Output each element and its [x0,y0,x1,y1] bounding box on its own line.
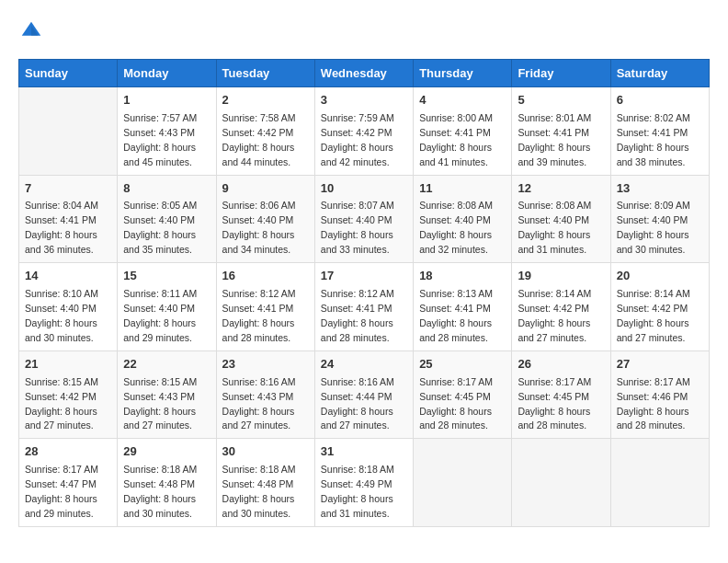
calendar-cell: 19Sunrise: 8:14 AM Sunset: 4:42 PM Dayli… [512,263,610,351]
calendar-table: SundayMondayTuesdayWednesdayThursdayFrid… [18,59,710,527]
day-number: 29 [123,443,210,461]
day-header-saturday: Saturday [610,60,709,87]
calendar-cell: 27Sunrise: 8:17 AM Sunset: 4:46 PM Dayli… [610,350,709,439]
calendar-cell: 11Sunrise: 8:08 AM Sunset: 4:40 PM Dayli… [414,175,512,263]
logo [18,18,48,44]
day-number: 3 [321,92,407,109]
cell-info: Sunrise: 7:58 AM Sunset: 4:42 PM Dayligh… [222,112,296,167]
week-row-3: 14Sunrise: 8:10 AM Sunset: 4:40 PM Dayli… [19,263,710,351]
calendar-cell: 14Sunrise: 8:10 AM Sunset: 4:40 PM Dayli… [19,263,118,351]
cell-info: Sunrise: 8:17 AM Sunset: 4:45 PM Dayligh… [419,376,493,431]
calendar-cell: 29Sunrise: 8:18 AM Sunset: 4:48 PM Dayli… [118,439,216,527]
day-number: 14 [25,268,111,285]
cell-info: Sunrise: 8:06 AM Sunset: 4:40 PM Dayligh… [222,200,296,255]
calendar-cell: 5Sunrise: 8:01 AM Sunset: 4:41 PM Daylig… [512,87,610,176]
day-number: 26 [518,356,604,373]
day-number: 9 [222,180,309,198]
page-header [18,18,710,44]
cell-info: Sunrise: 8:11 AM Sunset: 4:40 PM Dayligh… [123,288,197,343]
day-number: 8 [123,180,210,198]
day-number: 21 [25,356,111,373]
calendar-cell: 18Sunrise: 8:13 AM Sunset: 4:41 PM Dayli… [414,263,512,351]
calendar-cell: 1Sunrise: 7:57 AM Sunset: 4:43 PM Daylig… [118,87,216,176]
day-number: 17 [321,268,407,285]
cell-info: Sunrise: 8:04 AM Sunset: 4:41 PM Dayligh… [25,200,98,255]
day-number: 18 [419,268,506,285]
calendar-cell [19,87,118,176]
calendar-cell: 2Sunrise: 7:58 AM Sunset: 4:42 PM Daylig… [216,87,314,176]
cell-info: Sunrise: 8:12 AM Sunset: 4:41 PM Dayligh… [222,288,296,343]
calendar-cell: 15Sunrise: 8:11 AM Sunset: 4:40 PM Dayli… [118,263,216,351]
calendar-cell: 28Sunrise: 8:17 AM Sunset: 4:47 PM Dayli… [19,439,118,527]
day-number: 13 [617,180,703,198]
calendar-cell [512,439,610,527]
calendar-cell: 13Sunrise: 8:09 AM Sunset: 4:40 PM Dayli… [610,175,709,263]
day-header-sunday: Sunday [19,60,118,87]
day-number: 28 [25,443,111,461]
cell-info: Sunrise: 8:00 AM Sunset: 4:41 PM Dayligh… [419,112,493,167]
day-number: 15 [123,268,210,285]
day-number: 20 [617,268,703,285]
day-number: 31 [321,443,407,461]
calendar-cell: 23Sunrise: 8:16 AM Sunset: 4:43 PM Dayli… [216,350,314,439]
week-row-5: 28Sunrise: 8:17 AM Sunset: 4:47 PM Dayli… [19,439,710,527]
cell-info: Sunrise: 8:08 AM Sunset: 4:40 PM Dayligh… [518,200,591,255]
cell-info: Sunrise: 8:14 AM Sunset: 4:42 PM Dayligh… [518,288,591,343]
calendar-cell: 25Sunrise: 8:17 AM Sunset: 4:45 PM Dayli… [414,350,512,439]
cell-info: Sunrise: 8:13 AM Sunset: 4:41 PM Dayligh… [419,288,493,343]
calendar-cell: 7Sunrise: 8:04 AM Sunset: 4:41 PM Daylig… [19,175,118,263]
cell-info: Sunrise: 7:59 AM Sunset: 4:42 PM Dayligh… [321,112,394,167]
day-number: 10 [321,180,407,198]
cell-info: Sunrise: 8:15 AM Sunset: 4:42 PM Dayligh… [25,376,98,431]
week-row-4: 21Sunrise: 8:15 AM Sunset: 4:42 PM Dayli… [19,350,710,439]
day-number: 25 [419,356,506,373]
calendar-cell: 21Sunrise: 8:15 AM Sunset: 4:42 PM Dayli… [19,350,118,439]
cell-info: Sunrise: 8:15 AM Sunset: 4:43 PM Dayligh… [123,376,197,431]
calendar-cell [414,439,512,527]
week-row-1: 1Sunrise: 7:57 AM Sunset: 4:43 PM Daylig… [19,87,710,176]
day-header-friday: Friday [512,60,610,87]
day-number: 27 [617,356,703,373]
day-number: 16 [222,268,309,285]
cell-info: Sunrise: 8:01 AM Sunset: 4:41 PM Dayligh… [518,112,591,167]
day-number: 2 [222,92,309,109]
day-header-thursday: Thursday [414,60,512,87]
day-number: 12 [518,180,604,198]
day-header-wednesday: Wednesday [314,60,413,87]
calendar-cell: 10Sunrise: 8:07 AM Sunset: 4:40 PM Dayli… [314,175,413,263]
calendar-cell: 20Sunrise: 8:14 AM Sunset: 4:42 PM Dayli… [610,263,709,351]
cell-info: Sunrise: 8:10 AM Sunset: 4:40 PM Dayligh… [25,288,98,343]
cell-info: Sunrise: 8:18 AM Sunset: 4:48 PM Dayligh… [123,464,197,519]
cell-info: Sunrise: 8:17 AM Sunset: 4:47 PM Dayligh… [25,464,98,519]
day-number: 30 [222,443,309,461]
day-number: 24 [321,356,407,373]
day-number: 7 [25,180,111,198]
calendar-cell: 26Sunrise: 8:17 AM Sunset: 4:45 PM Dayli… [512,350,610,439]
cell-info: Sunrise: 8:08 AM Sunset: 4:40 PM Dayligh… [419,200,493,255]
day-number: 23 [222,356,309,373]
day-number: 11 [419,180,506,198]
day-number: 4 [419,92,506,109]
cell-info: Sunrise: 8:07 AM Sunset: 4:40 PM Dayligh… [321,200,394,255]
cell-info: Sunrise: 8:02 AM Sunset: 4:41 PM Dayligh… [617,112,690,167]
cell-info: Sunrise: 8:16 AM Sunset: 4:44 PM Dayligh… [321,376,394,431]
calendar-cell [610,439,709,527]
cell-info: Sunrise: 8:14 AM Sunset: 4:42 PM Dayligh… [617,288,690,343]
calendar-cell: 8Sunrise: 8:05 AM Sunset: 4:40 PM Daylig… [118,175,216,263]
calendar-cell: 24Sunrise: 8:16 AM Sunset: 4:44 PM Dayli… [314,350,413,439]
day-number: 22 [123,356,210,373]
cell-info: Sunrise: 8:09 AM Sunset: 4:40 PM Dayligh… [617,200,690,255]
cell-info: Sunrise: 8:12 AM Sunset: 4:41 PM Dayligh… [321,288,394,343]
calendar-cell: 31Sunrise: 8:18 AM Sunset: 4:49 PM Dayli… [314,439,413,527]
calendar-cell: 3Sunrise: 7:59 AM Sunset: 4:42 PM Daylig… [314,87,413,176]
day-header-tuesday: Tuesday [216,60,314,87]
calendar-cell: 6Sunrise: 8:02 AM Sunset: 4:41 PM Daylig… [610,87,709,176]
calendar-cell: 22Sunrise: 8:15 AM Sunset: 4:43 PM Dayli… [118,350,216,439]
day-number: 1 [123,92,210,109]
calendar-cell: 4Sunrise: 8:00 AM Sunset: 4:41 PM Daylig… [414,87,512,176]
cell-info: Sunrise: 8:05 AM Sunset: 4:40 PM Dayligh… [123,200,197,255]
cell-info: Sunrise: 8:18 AM Sunset: 4:48 PM Dayligh… [222,464,296,519]
day-number: 5 [518,92,604,109]
day-number: 6 [617,92,703,109]
day-number: 19 [518,268,604,285]
